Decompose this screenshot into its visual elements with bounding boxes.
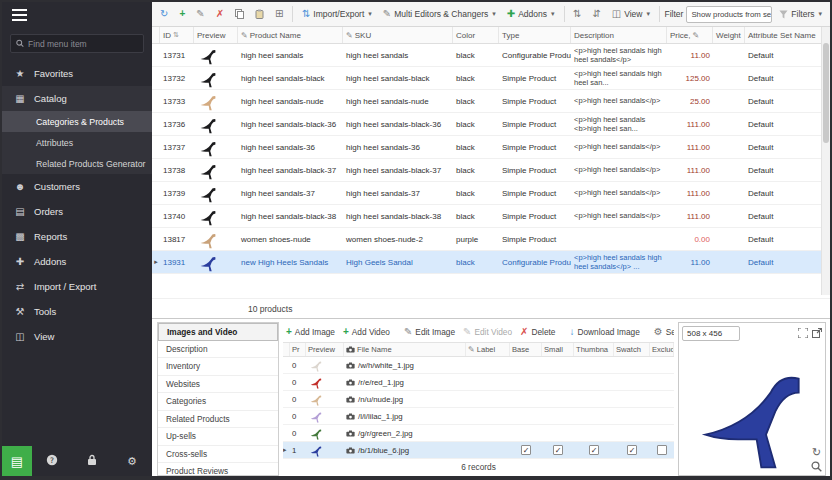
column-type[interactable]: Type bbox=[499, 27, 571, 43]
checkbox-thumbnail[interactable] bbox=[574, 425, 614, 441]
checkbox-thumbnail[interactable] bbox=[574, 357, 614, 373]
gear-icon[interactable]: ⚙ bbox=[112, 455, 152, 468]
sidebar-item-reports[interactable]: ▩Reports bbox=[2, 224, 152, 249]
checkbox-small[interactable] bbox=[542, 357, 574, 373]
column-thumbnail[interactable]: Thumbna bbox=[574, 343, 614, 356]
column-exclude[interactable]: Exclude bbox=[650, 343, 674, 356]
store-app-icon[interactable]: ▤ bbox=[2, 446, 32, 476]
paste-button[interactable] bbox=[251, 7, 268, 21]
checkbox-swatch[interactable]: ✓ bbox=[614, 442, 650, 458]
checkbox-swatch[interactable] bbox=[614, 374, 650, 390]
grid-scrollbar-thumb[interactable] bbox=[823, 43, 829, 143]
tab-product-reviews[interactable]: Product Reviews bbox=[158, 463, 278, 476]
checkbox-exclude[interactable] bbox=[650, 442, 674, 458]
checkbox-small[interactable]: ✓ bbox=[542, 442, 574, 458]
checkbox-swatch[interactable] bbox=[614, 425, 650, 441]
add-product-button[interactable]: + bbox=[175, 7, 189, 21]
sidebar-item-catalog[interactable]: ▦Catalog bbox=[2, 86, 152, 111]
delete-image-button[interactable]: ✗Delete bbox=[517, 325, 558, 339]
table-row[interactable]: 13737 high heel sandals-36 high heel san… bbox=[152, 136, 830, 159]
checkbox-thumbnail[interactable] bbox=[574, 391, 614, 407]
tab-websites[interactable]: Websites bbox=[158, 376, 278, 394]
download-image-button[interactable]: ↓Download Image bbox=[566, 325, 642, 339]
column-label[interactable]: ✎Label bbox=[466, 343, 510, 356]
column-sku[interactable]: ✎SKU bbox=[343, 27, 453, 43]
sidebar-item-related-products-generator[interactable]: Related Products Generator bbox=[2, 153, 152, 174]
grid-scrollbar[interactable] bbox=[821, 27, 830, 295]
table-row[interactable]: 13731 high heel sandals high heel sandal… bbox=[152, 44, 830, 67]
product-image-preview[interactable] bbox=[679, 343, 825, 475]
column-attribute-set[interactable]: Attribute Set Name bbox=[745, 27, 830, 43]
sidebar-item-addons[interactable]: ✚Addons bbox=[2, 249, 152, 274]
sidebar-item-customers[interactable]: ☻Customers bbox=[2, 174, 152, 199]
filter-category-select[interactable]: Show products from selected categories▾ bbox=[686, 6, 772, 23]
columns-button[interactable]: ⊞ bbox=[271, 7, 287, 21]
delete-product-button[interactable]: ✗ bbox=[212, 7, 228, 21]
zoom-icon[interactable] bbox=[811, 461, 822, 472]
sidebar-search-input[interactable] bbox=[28, 39, 138, 49]
column-price[interactable]: Price,✎ bbox=[667, 27, 713, 43]
help-icon[interactable]: ? bbox=[32, 454, 72, 468]
table-row[interactable]: 13738 high heel sandals-black-37 high he… bbox=[152, 159, 830, 182]
tab-related-products[interactable]: Related Products bbox=[158, 411, 278, 429]
column-product-name[interactable]: ✎Product Name bbox=[238, 27, 343, 43]
lock-icon[interactable] bbox=[72, 454, 112, 468]
checkbox-thumbnail[interactable] bbox=[574, 408, 614, 424]
table-row[interactable]: 13817 women shoes-nude women shoes-nude-… bbox=[152, 228, 830, 251]
checkbox-swatch[interactable] bbox=[614, 391, 650, 407]
sort-asc-button[interactable]: ⇅ bbox=[569, 7, 585, 21]
import-export-button[interactable]: ⇅Import/Export▾ bbox=[298, 7, 376, 21]
column-position[interactable]: Pr bbox=[290, 343, 306, 356]
checkbox-small[interactable] bbox=[542, 425, 574, 441]
image-row[interactable]: 0 /n/u/nude.jpg bbox=[283, 391, 674, 408]
sidebar-item-import-export[interactable]: ⇄Import / Export bbox=[2, 274, 152, 299]
sidebar-item-tools[interactable]: ⚒Tools bbox=[2, 299, 152, 324]
open-external-icon[interactable] bbox=[812, 328, 822, 338]
column-swatch[interactable]: Swatch bbox=[614, 343, 650, 356]
checkbox-small[interactable] bbox=[542, 391, 574, 407]
column-color[interactable]: Color bbox=[453, 27, 499, 43]
tab-up-sells[interactable]: Up-sells bbox=[158, 428, 278, 446]
checkbox-exclude[interactable] bbox=[650, 391, 674, 407]
table-row[interactable]: 13739 high heel sandals-37 high heel san… bbox=[152, 182, 830, 205]
sidebar-item-orders[interactable]: ▤Orders bbox=[2, 199, 152, 224]
image-row[interactable]: 0 /r/e/red_1.jpg bbox=[283, 374, 674, 391]
tab-inventory[interactable]: Inventory bbox=[158, 358, 278, 376]
checkbox-exclude[interactable] bbox=[650, 408, 674, 424]
table-row[interactable]: 13736 high heel sandals-black-36 high he… bbox=[152, 113, 830, 136]
filters-button[interactable]: Filters▾ bbox=[775, 7, 826, 21]
rotate-icon[interactable]: ↻ bbox=[812, 447, 821, 457]
refresh-button[interactable]: ↻ bbox=[156, 7, 172, 21]
copy-button[interactable] bbox=[231, 7, 248, 21]
checkbox-exclude[interactable] bbox=[650, 357, 674, 373]
edit-product-button[interactable]: ✎ bbox=[192, 7, 208, 21]
tab-cross-sells[interactable]: Cross-sells bbox=[158, 446, 278, 464]
sidebar-item-attributes[interactable]: Attributes bbox=[2, 132, 152, 153]
fullscreen-icon[interactable] bbox=[798, 328, 808, 338]
checkbox-base[interactable]: ✓ bbox=[510, 442, 542, 458]
column-file-name[interactable]: File Name bbox=[344, 343, 466, 356]
add-video-button[interactable]: +Add Video bbox=[340, 325, 393, 339]
image-row[interactable]: ▸ 1 /b/1/blue_6.jpg ✓ ✓ ✓ ✓ bbox=[283, 442, 674, 459]
checkbox-base[interactable] bbox=[510, 391, 542, 407]
checkbox-small[interactable] bbox=[542, 408, 574, 424]
image-row[interactable]: 0 /l/i/lilac_1.jpg bbox=[283, 408, 674, 425]
view-button[interactable]: ◫View▾ bbox=[608, 7, 654, 21]
hamburger-menu-icon[interactable] bbox=[2, 2, 152, 28]
checkbox-exclude[interactable] bbox=[650, 425, 674, 441]
sort-desc-button[interactable]: ⇵ bbox=[588, 7, 604, 21]
sidebar-item-categories-products[interactable]: Categories & Products bbox=[2, 111, 152, 132]
checkbox-base[interactable] bbox=[510, 357, 542, 373]
checkbox-swatch[interactable] bbox=[614, 408, 650, 424]
column-weight[interactable]: Weight bbox=[713, 27, 745, 43]
addons-button[interactable]: ✚Addons▾ bbox=[503, 7, 559, 21]
set-resize-rule-button[interactable]: ⚙Set Resize Rule bbox=[651, 325, 674, 339]
table-row[interactable]: 13732 high heel sandals-black high heel … bbox=[152, 67, 830, 90]
column-img-preview[interactable]: Preview bbox=[306, 343, 344, 356]
edit-image-button[interactable]: ✎Edit Image bbox=[401, 325, 458, 339]
column-small[interactable]: Small bbox=[542, 343, 574, 356]
table-row[interactable]: 13733 high heel sandals-nude high heel s… bbox=[152, 90, 830, 113]
column-description[interactable]: Description bbox=[571, 27, 667, 43]
checkbox-exclude[interactable] bbox=[650, 374, 674, 390]
image-size-field[interactable]: 508 x 456 bbox=[682, 326, 740, 341]
